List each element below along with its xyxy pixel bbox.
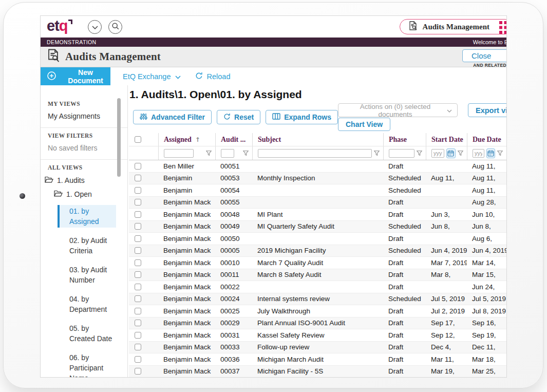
table-row[interactable]: Benjamin Mack 00055 Draft Aug 28,	[129, 197, 506, 209]
cell-audit-number: 00048	[215, 211, 252, 218]
chart-view-button[interactable]: Chart View	[338, 118, 390, 131]
sidebar-scrollbar[interactable]	[117, 98, 121, 177]
nav-dropdown-button[interactable]	[88, 20, 102, 34]
column-header-assigned[interactable]: Assigned ↑	[158, 133, 215, 146]
table-row[interactable]: Benjamin Mack 00050 Draft Aug 6,	[129, 233, 506, 245]
table-row[interactable]: Benjamin Mack 00025 July Walkthrough Dra…	[129, 305, 506, 318]
filter-funnel-icon[interactable]	[458, 151, 463, 156]
calendar-icon[interactable]	[486, 148, 495, 158]
table-row[interactable]: Benjamin 00054 Scheduled Aug 11,	[129, 184, 506, 197]
column-header-audit-number[interactable]: Audit ...	[215, 133, 252, 146]
filter-funnel-icon[interactable]	[497, 151, 503, 156]
actions-dropdown[interactable]: Actions on (0) selected documents	[338, 103, 458, 117]
row-checkbox[interactable]	[135, 211, 141, 218]
sidebar-view-item[interactable]: 01. by Assigned	[58, 205, 116, 228]
cell-subject: Michigan March Audit	[252, 356, 383, 363]
row-checkbox[interactable]	[135, 308, 141, 314]
table-row[interactable]: Benjamin Mack 00022 Draft Jun 24,	[129, 281, 506, 293]
advanced-filter-button[interactable]: Advanced Filter	[133, 110, 212, 124]
row-checkbox[interactable]	[135, 356, 141, 363]
sidebar-folder[interactable]: 1. Audits	[45, 176, 127, 184]
expand-rows-button[interactable]: Expand Rows	[266, 110, 338, 124]
sidebar-view-item[interactable]: 02. by Audit Criteria	[58, 234, 116, 257]
cell-audit-number: 00054	[215, 186, 252, 194]
sidebar-view-item[interactable]: 04. by Department	[58, 293, 116, 315]
etq-exchange-menu[interactable]: EtQ Exchange	[123, 67, 181, 85]
column-header-due-date[interactable]: Due Date	[467, 133, 506, 146]
row-checkbox[interactable]	[135, 163, 141, 170]
column-header-phase[interactable]: Phase	[383, 133, 426, 146]
row-checkbox[interactable]	[135, 223, 141, 230]
module-selector-pill[interactable]: Audits Management	[400, 19, 506, 34]
sidebar-view-item[interactable]: 06. by Participant Name	[58, 351, 116, 377]
row-checkbox[interactable]	[135, 320, 141, 326]
row-checkbox[interactable]	[135, 271, 141, 278]
filter-phase-input[interactable]	[389, 149, 414, 158]
etq-logo: etq	[47, 17, 72, 34]
table-row[interactable]: Benjamin Mack 00011 March 8 Safety Audit…	[129, 269, 506, 282]
cell-phase: Draft	[383, 356, 426, 363]
table-row[interactable]: Benjamin Mack 00010 March 7 Quality Audi…	[129, 257, 506, 269]
cell-assigned: Benjamin Mack	[158, 211, 215, 218]
cell-phase: Scheduled	[383, 174, 426, 182]
reset-button[interactable]: Reset	[217, 110, 260, 124]
cell-assigned: Benjamin Mack	[158, 271, 215, 278]
table-body: Ben Miller 00051 Draft Aug 11, Benjamin …	[129, 160, 506, 377]
table-row[interactable]: Benjamin Mack 00049 MI Quarterly Safety …	[129, 221, 506, 233]
cell-assigned: Benjamin	[158, 186, 215, 194]
row-checkbox[interactable]	[135, 199, 141, 206]
cell-phase: Draft	[383, 259, 426, 267]
cell-due-date: Aug 11,	[467, 186, 506, 194]
page-title: Audits Management	[65, 50, 161, 63]
table-row[interactable]: Benjamin Mack 00024 Internal systems rev…	[129, 293, 506, 306]
export-view-button[interactable]: Export view	[468, 103, 506, 117]
row-checkbox[interactable]	[135, 344, 141, 350]
row-checkbox[interactable]	[135, 175, 141, 181]
filter-start-date-input[interactable]	[431, 149, 444, 158]
cell-subject: Kassel Safety Review	[252, 331, 383, 339]
top-bar: etq Audits Management	[41, 16, 506, 38]
column-header-subject[interactable]: Subject	[252, 133, 383, 146]
sidebar-item-my-assignments[interactable]: My Assignments	[41, 108, 127, 124]
table-row[interactable]: Benjamin Mack 00005 2019 Michigan Facili…	[129, 245, 506, 257]
column-header-start-date[interactable]: Start Date	[426, 133, 467, 146]
reload-button[interactable]: Reload	[195, 67, 231, 85]
row-checkbox[interactable]	[135, 284, 141, 290]
filter-funnel-icon[interactable]	[417, 151, 422, 156]
filter-funnel-icon[interactable]	[206, 151, 212, 156]
row-checkbox[interactable]	[135, 332, 141, 339]
table-row[interactable]: Benjamin Mack 00036 Michigan March Audit…	[129, 353, 506, 366]
table-row[interactable]: Benjamin Mack 00031 Kassel Safety Review…	[129, 329, 506, 342]
search-button[interactable]	[108, 20, 122, 34]
table-row[interactable]: Benjamin Mack 00029 Plant Annual ISO-900…	[129, 318, 506, 330]
row-checkbox[interactable]	[135, 295, 141, 302]
row-checkbox[interactable]	[135, 247, 141, 254]
close-button[interactable]: Close	[462, 49, 506, 62]
table-row[interactable]: Ben Miller 00051 Draft Aug 11,	[129, 160, 506, 173]
table-row[interactable]: Benjamin Mack 00037 Michigan Facility - …	[129, 366, 506, 378]
document-icon	[409, 21, 417, 32]
cell-audit-number: 00010	[215, 259, 252, 267]
calendar-icon[interactable]	[446, 148, 456, 158]
sidebar-view-item[interactable]: 05. by Created Date	[58, 322, 116, 345]
select-all-checkbox[interactable]	[135, 136, 141, 143]
filter-assigned-input[interactable]	[164, 149, 194, 158]
table-row[interactable]: Benjamin Mack 00033 Follow-up review Dra…	[129, 342, 506, 354]
sidebar-folder[interactable]: 1. Open	[54, 190, 127, 198]
new-document-button[interactable]: New Document	[41, 67, 110, 85]
table-row[interactable]: Benjamin 00053 Monthly Inspection Schedu…	[129, 173, 506, 185]
table-row[interactable]: Benjamin Mack 00048 MI Plant Draft Jun 3…	[129, 209, 506, 221]
app-header: Audits Management Close AND RELATED	[41, 47, 506, 67]
filter-audit-input[interactable]	[221, 149, 234, 158]
apps-grid-icon[interactable]	[499, 21, 506, 36]
row-checkbox[interactable]	[135, 235, 141, 242]
filter-funnel-icon[interactable]	[243, 151, 249, 156]
row-checkbox[interactable]	[135, 368, 141, 375]
row-checkbox[interactable]	[135, 187, 141, 194]
filter-due-date-input[interactable]	[473, 149, 484, 158]
filter-funnel-icon[interactable]	[374, 151, 380, 156]
sidebar-view-item[interactable]: 03. by Audit Number	[58, 264, 116, 286]
row-checkbox[interactable]	[135, 259, 141, 266]
chevron-down-icon	[92, 23, 98, 31]
filter-subject-input[interactable]	[258, 149, 372, 158]
